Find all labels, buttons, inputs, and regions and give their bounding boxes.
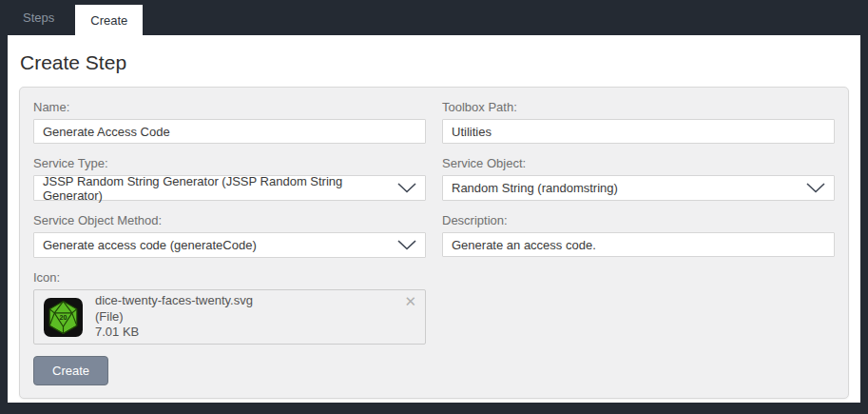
create-step-page: Create Step Name: Toolbox Path: Service … [8,35,860,403]
name-label: Name: [33,100,426,114]
tab-bar: Steps Create [0,0,868,35]
description-label: Description: [442,213,835,227]
toolbox-path-label: Toolbox Path: [442,100,835,114]
create-button[interactable]: Create [33,356,108,385]
description-input[interactable] [442,232,835,257]
icon-field-group: Icon: 20 dice-twenty-fac [33,270,426,345]
chevron-down-icon [397,183,416,193]
service-object-method-field-group: Service Object Method: Generate access c… [33,213,426,258]
description-field-group: Description: [442,213,835,258]
service-object-method-label: Service Object Method: [33,213,426,227]
service-object-label: Service Object: [442,156,835,170]
name-input[interactable] [33,119,426,144]
chevron-down-icon [397,240,416,250]
icon-file-meta: dice-twenty-faces-twenty.svg (File) 7.01… [95,293,253,342]
service-object-select[interactable]: Random String (randomstring) [442,175,835,201]
tab-steps[interactable]: Steps [8,0,69,35]
service-type-field-group: Service Type: JSSP Random String Generat… [33,156,426,201]
service-object-selected-value: Random String (randomstring) [452,181,618,195]
icon-file-size: 7.01 KB [95,325,253,341]
service-type-label: Service Type: [33,156,426,170]
icon-label: Icon: [33,270,426,285]
service-object-method-select[interactable]: Generate access code (generateCode) [33,232,426,258]
name-field-group: Name: [33,100,426,144]
page-title: Create Step [19,35,849,87]
chevron-down-icon [806,183,825,193]
icon-file-kind: (File) [95,309,253,325]
create-step-form-panel: Name: Toolbox Path: Service Type: JSSP R… [19,87,849,399]
d20-dice-thumbnail: 20 [44,298,83,337]
toolbox-path-field-group: Toolbox Path: [442,100,835,144]
service-object-field-group: Service Object: Random String (randomstr… [442,156,835,201]
icon-file-name: dice-twenty-faces-twenty.svg [95,293,253,309]
grid-spacer [442,270,835,345]
icon-file-box: 20 dice-twenty-faces-twenty.svg (File) 7… [33,289,426,345]
toolbox-path-input[interactable] [442,119,835,144]
service-object-method-selected-value: Generate access code (generateCode) [43,238,257,252]
svg-text:20: 20 [60,314,68,322]
tab-create[interactable]: Create [75,5,143,35]
service-type-selected-value: JSSP Random String Generator (JSSP Rando… [43,174,390,203]
service-type-select[interactable]: JSSP Random String Generator (JSSP Rando… [33,175,426,201]
remove-icon-button[interactable]: ✕ [404,294,416,308]
button-row: Create [33,356,835,385]
